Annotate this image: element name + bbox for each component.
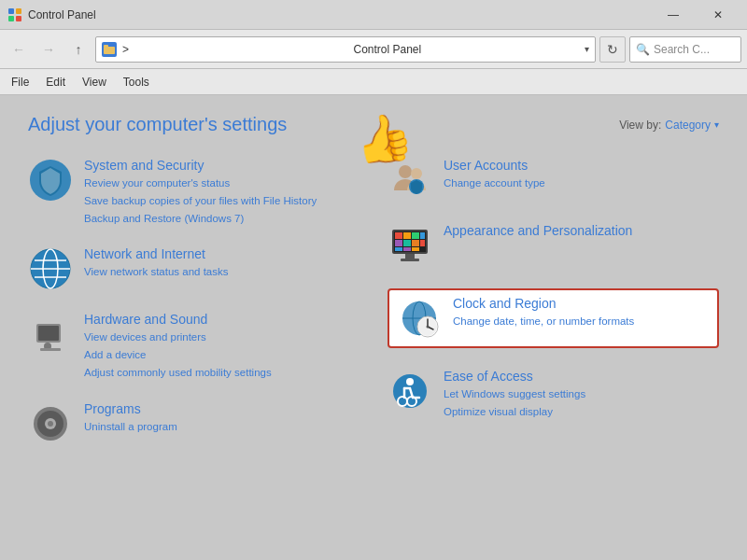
network-internet-link-0[interactable]: View network status and tasks — [84, 264, 228, 279]
svg-rect-31 — [412, 240, 419, 246]
clock-region-title[interactable]: Clock and Region — [453, 296, 634, 311]
appearance-title[interactable]: Appearance and Personalization — [444, 223, 632, 238]
search-icon: 🔍 — [636, 43, 650, 56]
system-security-text: System and Security Review your computer… — [84, 158, 317, 226]
address-bar: ← → ↑ > Control Panel ▾ ↻ 🔍 Search C... — [0, 30, 747, 69]
address-prefix: > — [122, 43, 348, 56]
up-button[interactable]: ↑ — [65, 36, 92, 63]
search-bar[interactable]: 🔍 Search C... — [629, 36, 741, 63]
svg-rect-0 — [8, 8, 14, 14]
ease-access-title[interactable]: Ease of Access — [444, 369, 585, 384]
svg-rect-4 — [104, 47, 115, 54]
programs-title[interactable]: Programs — [84, 401, 177, 416]
hardware-sound-link-2[interactable]: Adjust commonly used mobility settings — [84, 365, 272, 380]
svg-point-47 — [406, 378, 414, 385]
address-input[interactable]: > Control Panel ▾ — [95, 36, 596, 63]
hardware-sound-icon — [28, 312, 73, 357]
svg-point-19 — [48, 421, 53, 427]
viewby-label: View by: — [619, 119, 661, 132]
menu-tools[interactable]: Tools — [116, 73, 157, 91]
svg-rect-2 — [8, 16, 14, 21]
appearance-icon — [388, 223, 432, 268]
ease-access-link-1[interactable]: Optimize visual display — [444, 404, 585, 419]
svg-rect-29 — [395, 240, 402, 246]
menu-bar: File Edit View Tools — [0, 69, 747, 95]
svg-rect-37 — [401, 259, 419, 261]
title-bar-title: Control Panel — [28, 8, 96, 21]
close-button[interactable]: ✕ — [697, 0, 740, 30]
refresh-button[interactable]: ↻ — [599, 36, 626, 63]
main-content: Adjust your computer's settings View by:… — [0, 95, 747, 560]
category-network-internet[interactable]: Network and Internet View network status… — [28, 246, 359, 291]
hardware-sound-link-1[interactable]: Add a device — [84, 347, 272, 362]
ease-access-text: Ease of Access Let Windows suggest setti… — [444, 369, 585, 419]
address-location: Control Panel — [354, 43, 580, 56]
folder-icon — [102, 42, 117, 57]
search-placeholder: Search C... — [654, 43, 710, 56]
viewby-arrow-icon[interactable]: ▾ — [714, 119, 719, 130]
svg-rect-5 — [104, 45, 108, 48]
svg-point-45 — [427, 326, 430, 329]
svg-rect-13 — [38, 326, 59, 341]
ease-access-icon — [388, 369, 432, 413]
svg-rect-34 — [403, 247, 411, 251]
appearance-text: Appearance and Personalization — [444, 223, 632, 238]
programs-icon — [28, 401, 73, 446]
hardware-sound-link-0[interactable]: View devices and printers — [84, 329, 272, 344]
svg-rect-32 — [420, 240, 425, 246]
address-dropdown-arrow[interactable]: ▾ — [585, 44, 589, 54]
minimize-button[interactable]: — — [652, 0, 695, 30]
title-bar-controls: — ✕ — [652, 0, 740, 30]
svg-rect-36 — [405, 254, 415, 259]
system-security-link-0[interactable]: Review your computer's status — [84, 175, 317, 190]
svg-point-20 — [399, 165, 412, 178]
svg-rect-28 — [420, 232, 425, 239]
system-security-icon — [28, 158, 73, 203]
svg-rect-15 — [40, 348, 61, 351]
menu-file[interactable]: File — [4, 73, 36, 91]
view-by: View by: Category ▾ — [619, 119, 719, 132]
back-button[interactable]: ← — [6, 36, 32, 63]
svg-rect-26 — [403, 232, 411, 239]
category-clock-region[interactable]: Clock and Region Change date, time, or n… — [388, 288, 719, 348]
categories-grid: System and Security Review your computer… — [28, 158, 719, 446]
system-security-link-2[interactable]: Backup and Restore (Windows 7) — [84, 211, 317, 226]
title-bar-left: Control Panel — [7, 7, 96, 22]
control-panel-icon — [7, 7, 22, 22]
category-hardware-sound[interactable]: Hardware and Sound View devices and prin… — [28, 312, 359, 380]
network-internet-title[interactable]: Network and Internet — [84, 246, 228, 261]
system-security-link-1[interactable]: Save backup copies of your files with Fi… — [84, 193, 317, 208]
network-internet-icon — [28, 246, 73, 291]
user-accounts-text: User Accounts Change account type — [444, 158, 545, 190]
svg-rect-3 — [16, 16, 21, 21]
clock-region-text: Clock and Region Change date, time, or n… — [453, 296, 634, 329]
system-security-title[interactable]: System and Security — [84, 158, 317, 173]
menu-edit[interactable]: Edit — [38, 73, 73, 91]
category-system-security[interactable]: System and Security Review your computer… — [28, 158, 359, 226]
category-ease-access[interactable]: Ease of Access Let Windows suggest setti… — [388, 369, 719, 419]
hardware-sound-title[interactable]: Hardware and Sound — [84, 312, 272, 327]
category-user-accounts[interactable]: User Accounts Change account type — [388, 158, 719, 203]
category-appearance[interactable]: Appearance and Personalization — [388, 223, 719, 268]
user-accounts-title[interactable]: User Accounts — [444, 158, 545, 173]
viewby-value[interactable]: Category — [665, 119, 711, 132]
user-accounts-icon — [388, 158, 432, 203]
category-programs[interactable]: Programs Uninstall a program — [28, 401, 359, 446]
svg-rect-30 — [403, 240, 411, 246]
header-row: Adjust your computer's settings View by:… — [28, 114, 719, 135]
ease-access-link-0[interactable]: Let Windows suggest settings — [444, 386, 585, 401]
hardware-sound-text: Hardware and Sound View devices and prin… — [84, 312, 272, 380]
user-accounts-link-0[interactable]: Change account type — [444, 175, 545, 190]
menu-view[interactable]: View — [75, 73, 114, 91]
programs-link-0[interactable]: Uninstall a program — [84, 419, 177, 434]
svg-rect-27 — [412, 232, 419, 239]
svg-point-21 — [411, 168, 422, 179]
network-internet-text: Network and Internet View network status… — [84, 246, 228, 279]
clock-region-link-0[interactable]: Change date, time, or number formats — [453, 314, 634, 329]
svg-rect-1 — [16, 8, 21, 14]
svg-rect-25 — [395, 232, 402, 239]
forward-button[interactable]: → — [35, 36, 62, 63]
programs-text: Programs Uninstall a program — [84, 401, 177, 434]
clock-region-icon — [397, 296, 442, 341]
svg-rect-33 — [395, 247, 402, 251]
